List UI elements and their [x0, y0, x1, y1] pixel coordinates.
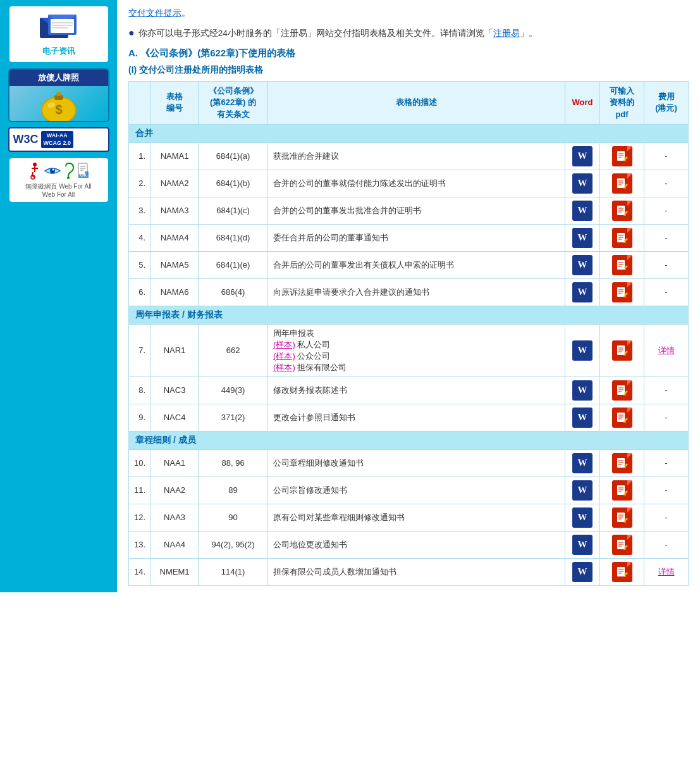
- table-row: 3.NAMA3684(1)(c)合并的公司的董事发出批准合并的证明书W-: [129, 197, 689, 224]
- cell-pdf: [600, 531, 644, 558]
- word-icon-link[interactable]: W: [572, 408, 593, 428]
- cell-fee: -: [644, 197, 689, 224]
- sidebar-w3c-badge[interactable]: W3C WAI-AA WCAG 2.0: [8, 127, 109, 152]
- table-row: 9.NAC4371(2)更改会计参照日通知书W-: [129, 404, 689, 431]
- cell-pdf: [600, 558, 644, 585]
- table-row: 7.NAR1662周年申报表(样本) 私人公司(样本) 公众公司(样本) 担保有…: [129, 324, 689, 377]
- word-icon-link[interactable]: W: [572, 480, 593, 501]
- cell-fee: -: [644, 170, 689, 197]
- section-header-row: 合并: [129, 124, 689, 142]
- cell-clause: 94(2), 95(2): [199, 531, 268, 558]
- cell-clause: 89: [199, 476, 268, 504]
- word-icon-link[interactable]: W: [572, 282, 593, 302]
- cell-no: 5.: [129, 251, 151, 278]
- cell-clause: 684(1)(e): [199, 251, 268, 278]
- word-icon-link[interactable]: W: [572, 340, 593, 361]
- w3c-text: W3C: [13, 133, 39, 147]
- cell-word: W: [565, 404, 600, 431]
- pdf-icon-link[interactable]: [612, 453, 632, 473]
- cell-clause: 686(4): [199, 278, 268, 306]
- sample-link[interactable]: (样本): [273, 363, 295, 372]
- cell-fee: -: [644, 531, 689, 558]
- cell-desc: 原有公司对某些章程细则修改通知书: [268, 504, 565, 531]
- word-icon-link[interactable]: W: [572, 173, 593, 194]
- sidebar-bond-card[interactable]: 放债人牌照 $: [8, 68, 109, 122]
- cell-form: NAMA1: [151, 142, 199, 170]
- pdf-icon-link[interactable]: [612, 146, 632, 166]
- cell-no: 9.: [129, 404, 151, 431]
- th-pdf: 可输入资料的pdf: [600, 82, 644, 125]
- bullet-text: 你亦可以电子形式经24小时服务的「注册易」网站交付指明表格及相关文件。详情请浏览…: [138, 27, 537, 40]
- cell-pdf: [600, 476, 644, 504]
- th-no: [129, 82, 151, 125]
- th-fee: 费用(港元): [644, 82, 689, 125]
- cell-word: W: [565, 558, 600, 585]
- register-link[interactable]: 注册易: [493, 28, 520, 38]
- sidebar: 电子资讯 放债人牌照 $ W3C WAI-AA WCAG 2: [0, 0, 117, 592]
- fee-detail-link[interactable]: 详情: [658, 346, 675, 355]
- bullet-dot: ●: [128, 27, 135, 40]
- word-icon-link[interactable]: W: [572, 255, 593, 275]
- pdf-icon-link[interactable]: [612, 562, 632, 582]
- word-icon-link[interactable]: W: [572, 146, 593, 166]
- sample-link[interactable]: (样本): [273, 351, 295, 361]
- cell-pdf: [600, 404, 644, 431]
- th-word: Word: [565, 82, 600, 125]
- section-header-row: 周年申报表 / 财务报表: [129, 306, 689, 324]
- cell-form: NAC3: [151, 377, 199, 404]
- sample-link[interactable]: (样本): [273, 340, 295, 349]
- cell-form: NMEM1: [151, 558, 199, 585]
- word-icon-link[interactable]: W: [572, 453, 593, 473]
- cell-form: NAMA6: [151, 278, 199, 306]
- sidebar-access-card[interactable]: OK 無障礙網頁 Web For All Web For All: [8, 157, 109, 203]
- cell-no: 8.: [129, 377, 151, 404]
- cell-pdf: [600, 251, 644, 278]
- pdf-icon-link[interactable]: [612, 340, 632, 361]
- cell-no: 7.: [129, 324, 151, 377]
- cell-word: W: [565, 197, 600, 224]
- cell-desc: 合并的公司的董事就偿付能力陈述发出的证明书: [268, 170, 565, 197]
- eye-icon: [44, 165, 61, 177]
- word-icon-link[interactable]: W: [572, 507, 593, 528]
- pdf-icon-link[interactable]: [612, 201, 632, 221]
- table-row: 10.NAA188, 96公司章程细则修改通知书W-: [129, 449, 689, 476]
- pdf-icon-link[interactable]: [612, 282, 632, 302]
- cell-pdf: [600, 449, 644, 476]
- cell-desc: 公司地位更改通知书: [268, 531, 565, 558]
- cell-word: W: [565, 449, 600, 476]
- word-icon-link[interactable]: W: [572, 535, 593, 555]
- cell-form: NAR1: [151, 324, 199, 377]
- th-form: 表格编号: [151, 82, 199, 125]
- cell-form: NAMA2: [151, 170, 199, 197]
- fee-detail-link[interactable]: 详情: [658, 567, 675, 576]
- cell-fee: -: [644, 449, 689, 476]
- cell-pdf: [600, 142, 644, 170]
- cell-no: 10.: [129, 449, 151, 476]
- word-icon-link[interactable]: W: [572, 228, 593, 248]
- cell-no: 13.: [129, 531, 151, 558]
- cell-fee: -: [644, 476, 689, 504]
- wai-badge: WAI-AA WCAG 2.0: [41, 131, 74, 148]
- pdf-icon-link[interactable]: [612, 255, 632, 275]
- pdf-icon-link[interactable]: [612, 408, 632, 428]
- word-icon-link[interactable]: W: [572, 201, 593, 221]
- pdf-icon-link[interactable]: [612, 507, 632, 528]
- word-icon-link[interactable]: W: [572, 562, 593, 582]
- delivery-reminder-link[interactable]: 交付文件提示: [128, 8, 181, 18]
- pdf-icon-link[interactable]: [612, 228, 632, 248]
- svg-rect-11: [56, 92, 61, 96]
- cell-desc: 获批准的合并建议: [268, 142, 565, 170]
- cell-form: NAC4: [151, 404, 199, 431]
- word-icon-link[interactable]: W: [572, 380, 593, 401]
- pdf-icon-link[interactable]: [612, 535, 632, 555]
- document-icon: OK: [77, 163, 90, 179]
- svg-point-14: [33, 163, 37, 166]
- cell-clause: 371(2): [199, 404, 268, 431]
- pdf-icon-link[interactable]: [612, 480, 632, 501]
- pdf-icon-link[interactable]: [612, 380, 632, 401]
- cell-pdf: [600, 504, 644, 531]
- svg-text:OK: OK: [80, 173, 87, 177]
- cell-word: W: [565, 224, 600, 251]
- pdf-icon-link[interactable]: [612, 173, 632, 194]
- sidebar-enews-card[interactable]: 电子资讯: [8, 5, 109, 63]
